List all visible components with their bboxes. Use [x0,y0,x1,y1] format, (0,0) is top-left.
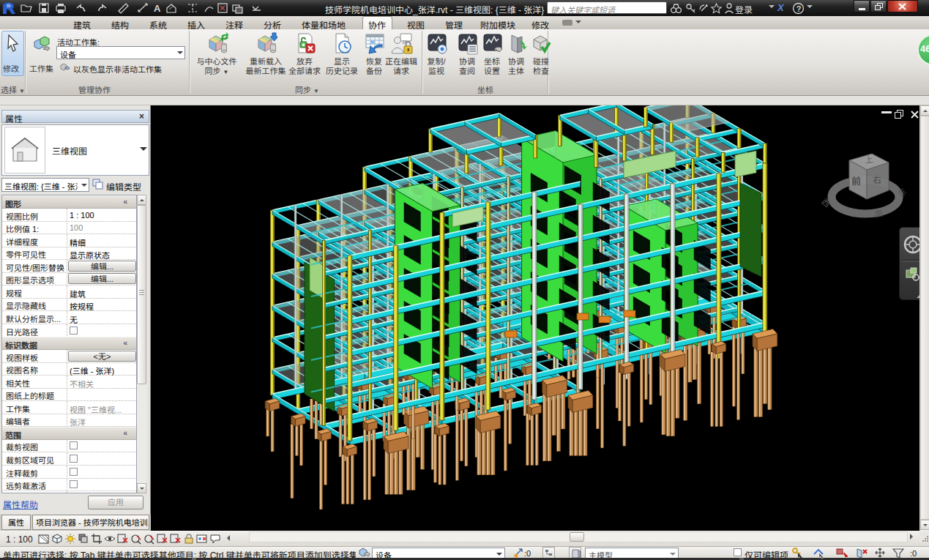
svg-text:右: 右 [873,173,881,185]
svg-text:上: 上 [864,153,873,165]
svg-text:A: A [154,3,161,14]
svg-text:前: 前 [851,173,861,187]
svg-text:?: ? [796,4,802,13]
